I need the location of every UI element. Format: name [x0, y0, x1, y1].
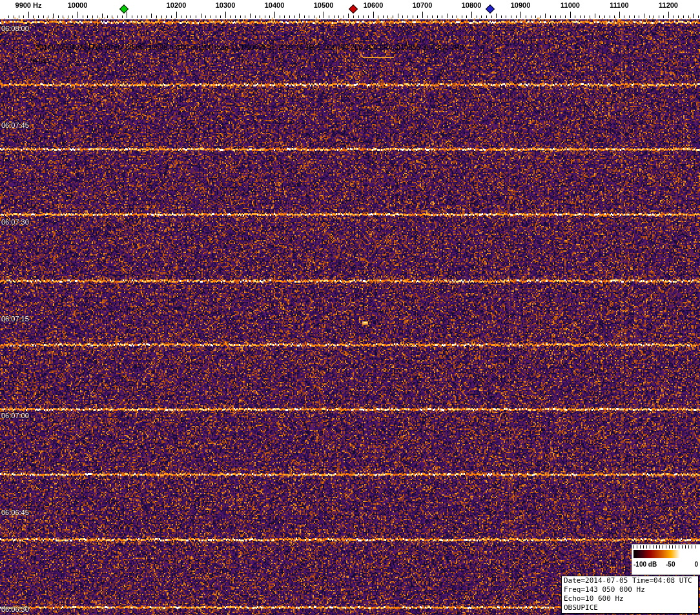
- freq-tick-label: 9900 Hz: [15, 1, 42, 9]
- time-label: 06:07:15: [1, 315, 29, 323]
- info-date-line: Date=2014-07-05 Time=04:08 UTC: [564, 576, 696, 585]
- freq-tick-label: 10200: [167, 1, 187, 9]
- freq-tick-label: 10700: [413, 1, 433, 9]
- freq-tick-label: 10600: [364, 1, 384, 9]
- info-freq-line: Freq=143 050 000 Hz: [564, 585, 696, 594]
- color-scale-legend: -100 dB -50 0: [632, 544, 700, 575]
- time-label: 06:08:00: [1, 25, 29, 32]
- legend-max-label: 0: [694, 561, 698, 568]
- time-label: 06:07:00: [1, 412, 29, 419]
- time-label: 06:07:30: [1, 218, 29, 226]
- freq-tick-label: 11000: [561, 1, 580, 9]
- station-info-box: Date=2014-07-05 Time=04:08 UTC Freq=143 …: [561, 576, 699, 614]
- time-label: 06:06:30: [1, 605, 29, 613]
- freq-tick-label: 10000: [68, 1, 88, 9]
- spectrogram-waterfall: [0, 0, 700, 615]
- time-label: 06:07:45: [1, 121, 29, 129]
- freq-tick-label: 10300: [216, 1, 236, 9]
- freq-tick-label: 10900: [511, 1, 531, 9]
- freq-tick-label: 10400: [265, 1, 285, 9]
- info-echo-line: Echo=10 600 Hz: [564, 594, 696, 603]
- freq-tick-label: 10800: [462, 1, 482, 9]
- freq-tick-label: 10500: [314, 1, 334, 9]
- info-station-line: OBSUPICE: [564, 603, 696, 612]
- freq-tick-label: 11200: [659, 1, 678, 9]
- detection-annotation: 20140705040754776 hCnt7 nb-85 f10598 hit…: [36, 43, 464, 51]
- time-label: 06:06:45: [1, 509, 29, 516]
- time-offset-annotation: ^t+54: [29, 57, 46, 65]
- legend-gradient-bar: [633, 550, 698, 558]
- freq-tick-label: 11100: [610, 1, 628, 9]
- legend-mid-label: -50: [666, 561, 675, 568]
- spectrogram-window: 20140705040754776 hCnt7 nb-85 f10598 hit…: [0, 0, 700, 615]
- legend-min-label: -100 dB: [633, 561, 657, 568]
- legend-ruler-ticks: [633, 545, 698, 549]
